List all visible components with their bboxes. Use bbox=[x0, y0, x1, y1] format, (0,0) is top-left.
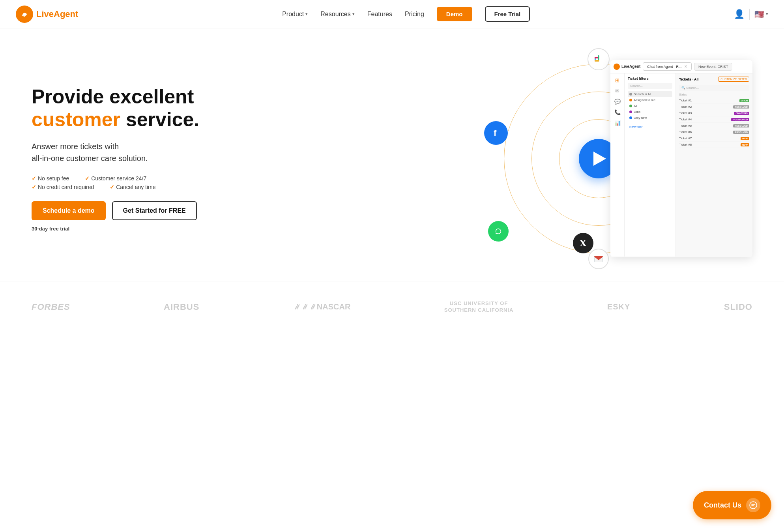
app-search[interactable]: 🔍 Search... bbox=[679, 85, 749, 91]
customize-filter-btn[interactable]: CUSTOMIZE FILTER bbox=[718, 77, 749, 82]
gmail-svg bbox=[593, 253, 604, 265]
ticket-badge: RESOLVED bbox=[733, 105, 749, 109]
sidebar-email-icon[interactable]: ✉ bbox=[615, 88, 619, 94]
free-trial-button[interactable]: Free Trial bbox=[485, 6, 530, 22]
app-logo-text: LiveAgent bbox=[621, 64, 640, 69]
logo-forbes: Forbes bbox=[32, 302, 70, 312]
flag-icon: 🇺🇸 bbox=[754, 9, 764, 19]
new-filter-label: New filter bbox=[629, 125, 642, 129]
panel-title: Ticket filters bbox=[628, 77, 672, 81]
hero-title: Provide excellent customer service. bbox=[32, 86, 199, 131]
app-logo-bar: LiveAgent bbox=[614, 64, 640, 70]
app-tab-event[interactable]: New Event: CRIST bbox=[694, 63, 733, 71]
sidebar-phone-icon[interactable]: 📞 bbox=[614, 109, 621, 115]
trial-label: 30-day free trial bbox=[32, 226, 199, 232]
hero-features-row1: No setup fee Customer service 24/7 bbox=[32, 175, 199, 182]
sidebar-reports-icon[interactable]: 📊 bbox=[614, 120, 621, 126]
ticket-row[interactable]: Ticket #1 OPEN bbox=[679, 97, 749, 104]
ticket-row[interactable]: Ticket #5 RESOLVED bbox=[679, 123, 749, 129]
nav-divider bbox=[749, 9, 750, 20]
hero-subtitle: Answer more tickets with all-in-one cust… bbox=[32, 140, 199, 164]
play-icon bbox=[593, 152, 606, 166]
logo-icon bbox=[16, 6, 33, 23]
ticket-name: Ticket #3 bbox=[679, 111, 692, 115]
logo-text: LiveAgent bbox=[36, 9, 78, 19]
app-tab-chat[interactable]: Chat from Agent - R... ✕ bbox=[643, 62, 692, 71]
ticket-row[interactable]: Ticket #8 NEW bbox=[679, 142, 749, 148]
filter-all[interactable]: All bbox=[628, 103, 672, 109]
nav-features[interactable]: Features bbox=[367, 11, 392, 18]
twitter-svg bbox=[578, 238, 588, 248]
ticket-badge: POSTPONED bbox=[731, 118, 749, 121]
tab-close-icon[interactable]: ✕ bbox=[684, 64, 687, 69]
hero-visual: f bbox=[445, 52, 752, 265]
svg-point-0 bbox=[23, 13, 26, 15]
app-filters-panel: Ticket filters Search... Search in All A… bbox=[625, 73, 676, 257]
slack-icon[interactable] bbox=[588, 48, 610, 70]
filter-dot bbox=[629, 111, 632, 113]
filter-dot bbox=[629, 116, 632, 119]
filter-search-all[interactable]: Search in All bbox=[628, 91, 672, 97]
ticket-badge: RESOLVED bbox=[733, 124, 749, 127]
slack-svg bbox=[593, 54, 604, 65]
user-icon[interactable]: 👤 bbox=[734, 9, 745, 19]
ticket-row[interactable]: Ticket #2 RESOLVED bbox=[679, 104, 749, 110]
sidebar-chat-icon[interactable]: 💬 bbox=[614, 99, 621, 105]
whatsapp-svg bbox=[493, 226, 503, 236]
navbar: LiveAgent Product ▾ Resources ▾ Features… bbox=[0, 0, 784, 28]
hero-features: No setup fee Customer service 24/7 No cr… bbox=[32, 175, 199, 190]
filter-jobs[interactable]: Jobs bbox=[628, 109, 672, 115]
facebook-icon[interactable]: f bbox=[484, 121, 508, 145]
svg-rect-5 bbox=[595, 58, 596, 60]
filter-dot bbox=[629, 105, 632, 107]
facebook-svg: f bbox=[490, 127, 501, 139]
logo-slido: slido bbox=[724, 302, 752, 312]
resources-chevron-icon: ▾ bbox=[352, 11, 355, 17]
logo-usc: USC University ofSouthern California bbox=[444, 300, 514, 314]
twitter-x-icon[interactable] bbox=[573, 233, 593, 253]
logo-svg bbox=[19, 9, 30, 19]
svg-rect-3 bbox=[595, 60, 599, 62]
hero-highlight: customer bbox=[32, 109, 120, 131]
language-selector[interactable]: 🇺🇸 ▾ bbox=[754, 9, 768, 19]
nav-links: Product ▾ Resources ▾ Features Pricing D… bbox=[282, 6, 530, 22]
logo[interactable]: LiveAgent bbox=[16, 6, 78, 23]
sidebar-tickets-icon[interactable]: ⊞ bbox=[615, 77, 619, 83]
panel-search[interactable]: Search... bbox=[628, 83, 672, 89]
gmail-icon[interactable] bbox=[588, 249, 609, 269]
filter-only-new[interactable]: Only new bbox=[628, 115, 672, 121]
app-main-header: Tickets · All CUSTOMIZE FILTER bbox=[679, 77, 749, 82]
feature-no-card: No credit card required bbox=[32, 184, 94, 190]
nav-resources[interactable]: Resources ▾ bbox=[320, 11, 354, 18]
logo-airbus: AIRBUS bbox=[164, 302, 199, 312]
ticket-name: Ticket #7 bbox=[679, 137, 692, 140]
product-chevron-icon: ▾ bbox=[305, 11, 308, 17]
ticket-badge: RESOLVED bbox=[733, 131, 749, 134]
trial-days: 30-day bbox=[32, 226, 48, 232]
app-logo-dot bbox=[614, 64, 620, 70]
filter-label: Only new bbox=[634, 116, 647, 120]
ticket-row[interactable]: Ticket #7 NEW bbox=[679, 135, 749, 142]
ticket-row[interactable]: Ticket #4 POSTPONED bbox=[679, 116, 749, 123]
schedule-demo-button[interactable]: Schedule a demo bbox=[32, 201, 106, 220]
filter-assigned[interactable]: Assigned to me bbox=[628, 97, 672, 103]
ticket-name: Ticket #8 bbox=[679, 143, 692, 146]
filter-label: All bbox=[634, 104, 637, 108]
filter-new[interactable]: New filter bbox=[628, 124, 672, 130]
ticket-badge: NEW bbox=[741, 137, 749, 140]
ticket-row[interactable]: Ticket #6 RESOLVED bbox=[679, 129, 749, 135]
trial-suffix: free trial bbox=[49, 226, 69, 232]
nav-product[interactable]: Product ▾ bbox=[282, 11, 308, 18]
demo-button[interactable]: Demo bbox=[437, 7, 472, 21]
ticket-row[interactable]: Ticket #3 CHATTING bbox=[679, 110, 749, 116]
svg-rect-4 bbox=[598, 55, 599, 60]
filter-dot bbox=[629, 99, 632, 101]
get-started-button[interactable]: Get Started for FREE bbox=[112, 201, 197, 220]
ticket-badge: NEW bbox=[741, 143, 749, 146]
ticket-name: Ticket #5 bbox=[679, 124, 692, 127]
ticket-badge: OPEN bbox=[739, 99, 749, 102]
app-top-bar: LiveAgent Chat from Agent - R... ✕ New E… bbox=[610, 60, 752, 73]
ticket-name: Ticket #6 bbox=[679, 130, 692, 134]
whatsapp-icon[interactable] bbox=[488, 221, 509, 242]
nav-pricing[interactable]: Pricing bbox=[405, 11, 424, 18]
